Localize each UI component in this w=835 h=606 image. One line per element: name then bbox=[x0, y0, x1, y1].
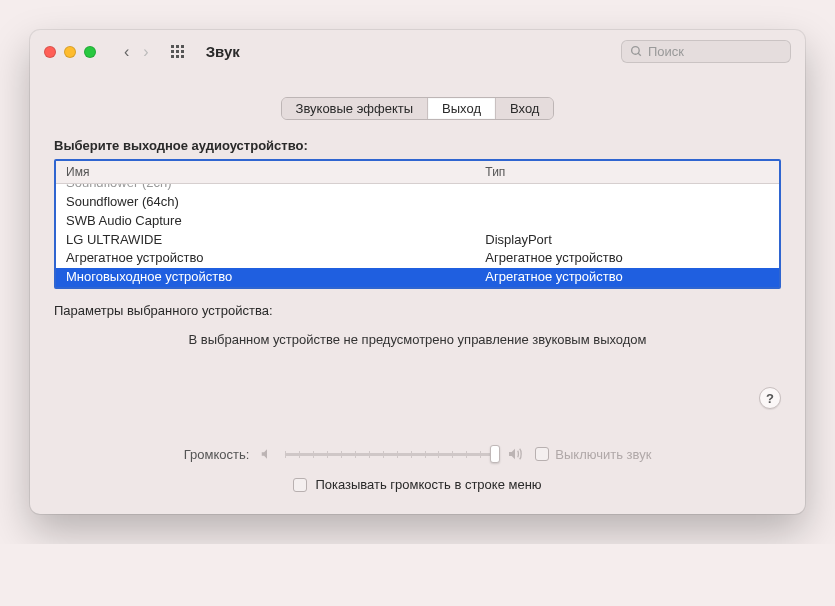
device-type bbox=[475, 212, 779, 231]
device-list[interactable]: Имя Тип Soundflower (2ch)Soundflower (64… bbox=[54, 159, 781, 289]
forward-button[interactable]: › bbox=[143, 43, 148, 61]
device-name: Многовыходное устройство bbox=[56, 268, 475, 287]
device-row[interactable]: Soundflower (64ch) bbox=[56, 193, 779, 212]
device-list-header: Имя Тип bbox=[56, 161, 779, 184]
window-controls bbox=[44, 46, 96, 58]
device-type: Агрегатное устройство bbox=[475, 249, 779, 268]
device-type: DisplayPort bbox=[475, 231, 779, 250]
menubar-row: Показывать громкость в строке меню bbox=[54, 477, 781, 492]
device-type bbox=[475, 193, 779, 212]
mute-checkbox-row: Выключить звук bbox=[535, 447, 651, 462]
tab-sound-effects[interactable]: Звуковые эффекты bbox=[282, 98, 429, 119]
device-name: Soundflower (2ch) bbox=[56, 184, 475, 193]
close-window-button[interactable] bbox=[44, 46, 56, 58]
preferences-window: ‹ › Звук Звуковые эффекты Выход Вход Выб… bbox=[30, 30, 805, 514]
column-type: Тип bbox=[475, 161, 779, 183]
mute-label: Выключить звук bbox=[555, 447, 651, 462]
select-output-label: Выберите выходное аудиоустройство: bbox=[54, 138, 781, 153]
svg-point-0 bbox=[632, 47, 640, 55]
back-button[interactable]: ‹ bbox=[124, 43, 129, 61]
speaker-high-icon bbox=[505, 446, 525, 462]
mute-checkbox[interactable] bbox=[535, 447, 549, 461]
device-row[interactable]: Многовыходное устройствоАгрегатное устро… bbox=[56, 268, 779, 287]
device-row[interactable]: SWB Audio Capture bbox=[56, 212, 779, 231]
device-name: Агрегатное устройство bbox=[56, 249, 475, 268]
volume-label: Громкость: bbox=[184, 447, 250, 462]
minimize-window-button[interactable] bbox=[64, 46, 76, 58]
search-input[interactable] bbox=[648, 44, 782, 59]
volume-knob[interactable] bbox=[490, 445, 500, 463]
tab-input[interactable]: Вход bbox=[496, 98, 553, 119]
show-in-menubar-checkbox[interactable] bbox=[293, 478, 307, 492]
zoom-window-button[interactable] bbox=[84, 46, 96, 58]
tab-output[interactable]: Выход bbox=[428, 98, 496, 119]
svg-line-1 bbox=[638, 53, 641, 56]
titlebar: ‹ › Звук bbox=[30, 30, 805, 73]
nav-arrows: ‹ › bbox=[124, 43, 149, 61]
volume-slider[interactable] bbox=[285, 445, 495, 463]
search-icon bbox=[630, 45, 643, 58]
pane-title: Звук bbox=[206, 43, 240, 60]
params-message: В выбранном устройстве не предусмотрено … bbox=[54, 332, 781, 347]
show-in-menubar-label: Показывать громкость в строке меню bbox=[315, 477, 541, 492]
search-field[interactable] bbox=[621, 40, 791, 63]
tabs: Звуковые эффекты Выход Вход bbox=[281, 97, 555, 120]
content: Звуковые эффекты Выход Вход Выберите вых… bbox=[30, 73, 805, 514]
help-button[interactable]: ? bbox=[759, 387, 781, 409]
device-name: SWB Audio Capture bbox=[56, 212, 475, 231]
device-row[interactable]: Агрегатное устройствоАгрегатное устройст… bbox=[56, 249, 779, 268]
params-label: Параметры выбранного устройства: bbox=[54, 303, 781, 318]
device-row[interactable]: LG ULTRAWIDEDisplayPort bbox=[56, 231, 779, 250]
device-row[interactable]: Soundflower (2ch) bbox=[56, 184, 779, 193]
speaker-low-icon bbox=[259, 447, 275, 461]
device-type: Агрегатное устройство bbox=[475, 268, 779, 287]
device-name: Soundflower (64ch) bbox=[56, 193, 475, 212]
device-name: LG ULTRAWIDE bbox=[56, 231, 475, 250]
column-name: Имя bbox=[56, 161, 475, 183]
show-all-icon[interactable] bbox=[171, 45, 184, 58]
volume-row: Громкость: Выключить звук bbox=[54, 445, 781, 463]
device-type bbox=[475, 184, 779, 193]
